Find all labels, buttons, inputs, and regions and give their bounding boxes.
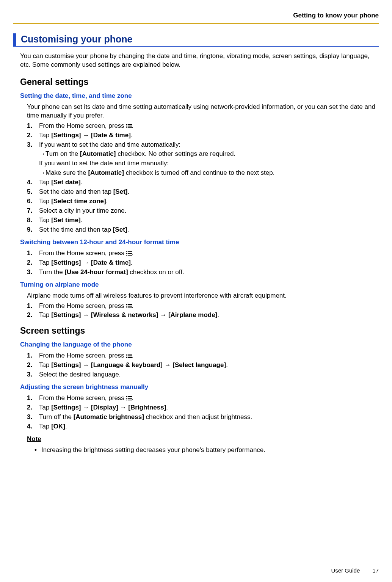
svg-rect-26	[126, 398, 127, 399]
svg-rect-5	[128, 127, 132, 128]
step-text: Turn off the	[39, 413, 74, 420]
step-text: .	[65, 423, 67, 430]
note-heading: Note	[27, 435, 379, 444]
menu-icon	[126, 396, 132, 401]
intro-paragraph: You can customise your phone by changing…	[20, 52, 379, 69]
ui-label: [Settings]	[51, 132, 81, 139]
subsection-brightness: Adjusting the screen brightness manually	[20, 383, 379, 392]
ui-label: [Automatic]	[80, 150, 116, 157]
subsection-airplane: Turning on airplane mode	[20, 281, 379, 289]
steps-list: From the Home screen, press . Tap [Setti…	[27, 351, 379, 379]
step-text: Turn the	[39, 268, 64, 276]
step-text: .	[132, 352, 134, 359]
step-text: →	[81, 361, 91, 369]
step-text: .	[217, 311, 219, 318]
step-item: If you want to set the date and time aut…	[27, 141, 379, 178]
step-text: Set the date and then tap	[39, 188, 113, 195]
svg-rect-9	[128, 253, 132, 254]
step-item: Select the desired language.	[27, 370, 379, 379]
chapter-title: Getting to know your phone	[13, 11, 379, 20]
svg-rect-7	[128, 251, 132, 252]
step-text: .	[132, 249, 134, 257]
note-list: Increasing the brightness setting decrea…	[34, 446, 379, 455]
ui-label: [Select time zone]	[51, 198, 106, 205]
ui-label: [Date & time]	[91, 259, 131, 266]
svg-rect-23	[128, 357, 132, 358]
step-text: From the Home screen, press	[39, 352, 126, 359]
step-item: Tap [Settings] → [Display] → [Brightness…	[27, 403, 379, 412]
arrow-icon: →Make sure the	[39, 169, 88, 176]
step-text: checkbox and then adjust brightness.	[144, 413, 252, 420]
step-text: Tap	[39, 259, 51, 266]
step-item: Set the date and then tap [Set].	[27, 188, 379, 196]
step-text: If you want to set the date and time aut…	[39, 141, 180, 148]
ui-label: [Automatic]	[88, 169, 124, 176]
step-text: .	[132, 122, 134, 129]
step-text: .	[81, 216, 83, 224]
ui-label: [OK]	[51, 423, 65, 430]
note-item: Increasing the brightness setting decrea…	[34, 446, 379, 455]
step-item: Select a city in your time zone.	[27, 207, 379, 215]
svg-rect-0	[126, 124, 127, 125]
step-item: Set the time and then tap [Set].	[27, 226, 379, 234]
step-item: Tap [Settings] → [Wireless & networks] →…	[27, 311, 379, 320]
step-text: .	[132, 394, 134, 402]
svg-rect-27	[128, 398, 132, 399]
step-text: From the Home screen, press	[39, 122, 126, 129]
step-text: →	[118, 404, 128, 411]
lead-text: Airplane mode turns off all wireless fea…	[27, 292, 379, 300]
header-rule	[13, 23, 379, 24]
step-text: →	[81, 404, 91, 411]
sub-line: →Make sure the [Automatic] checkbox is t…	[39, 169, 379, 177]
svg-rect-22	[126, 357, 127, 358]
step-text: →	[81, 311, 91, 318]
step-text: checkbox is turned off and continue to t…	[124, 169, 275, 176]
svg-rect-11	[128, 255, 132, 256]
svg-rect-3	[128, 125, 132, 126]
step-text: .	[166, 404, 168, 411]
ui-label: [Set]	[113, 226, 127, 233]
step-text: Tap	[39, 311, 51, 318]
ui-label: [Date & time]	[91, 132, 131, 139]
svg-rect-2	[126, 125, 127, 126]
svg-rect-14	[126, 306, 127, 306]
page-title: Customising your phone	[13, 33, 379, 47]
svg-rect-6	[126, 251, 127, 252]
step-item: Tap [Settings] → [Language & keyboard] →…	[27, 361, 379, 370]
step-item: From the Home screen, press .	[27, 394, 379, 403]
step-item: From the Home screen, press .	[27, 122, 379, 130]
step-text: .	[127, 188, 129, 195]
step-item: Tap [Settings] → [Date & time].	[27, 131, 379, 140]
ui-label: [Select language]	[172, 361, 226, 369]
step-text: .	[131, 259, 133, 266]
step-text: checkbox. No other settings are required…	[116, 150, 236, 157]
lead-text: Your phone can set its date and time set…	[27, 103, 379, 120]
step-text: .	[132, 302, 134, 309]
svg-rect-17	[128, 307, 132, 308]
ui-label: [Settings]	[51, 404, 81, 411]
step-item: Tap [Set time].	[27, 216, 379, 225]
ui-label: [Airplane mode]	[168, 311, 217, 318]
step-text: From the Home screen, press	[39, 302, 126, 309]
svg-rect-8	[126, 253, 127, 254]
svg-rect-19	[128, 354, 132, 355]
step-text: →	[81, 259, 91, 266]
ui-label: [Settings]	[51, 361, 81, 369]
step-text: Tap	[39, 132, 51, 139]
svg-rect-15	[128, 306, 132, 306]
step-text: →	[158, 311, 168, 318]
svg-rect-4	[126, 127, 127, 128]
svg-rect-28	[126, 400, 127, 400]
step-text: Tap	[39, 198, 51, 205]
ui-label: [Set]	[113, 188, 128, 195]
menu-icon	[126, 124, 132, 129]
step-text: Tap	[39, 404, 51, 411]
steps-list: From the Home screen, press . Tap [Setti…	[27, 394, 379, 431]
section-general-settings: General settings	[20, 76, 379, 88]
steps-list: From the Home screen, press . Tap [Setti…	[27, 302, 379, 320]
section-screen-settings: Screen settings	[20, 325, 379, 337]
step-text: →	[81, 132, 91, 139]
step-text: .	[127, 226, 129, 233]
svg-rect-10	[126, 255, 127, 256]
step-text: .	[81, 179, 83, 186]
